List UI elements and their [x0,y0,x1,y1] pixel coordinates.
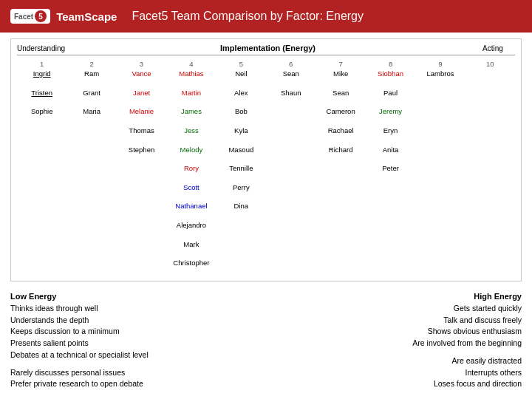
name-label: Maria [83,107,100,117]
name-col-6: SeanShaun [266,69,316,107]
name-label: Sophie [31,107,53,117]
name-label: Tennille [229,164,253,174]
name-label: Cameron [327,107,355,117]
num-9: 9 [415,60,465,68]
name-label: Shaun [281,89,301,98]
name-col-7: MikeSeanCameronRachaelRichard [316,69,365,164]
name-label: Martin [182,89,201,98]
low-energy-extra: Rarely discusses personal issuesPrefer p… [10,367,259,391]
page-title: Facet5 Team Comparison by Factor: Energy [132,10,364,23]
name-col-2: RamGrantMaria [66,69,116,126]
name-col-3: VanceJanetMelanieThomasStephen [117,69,166,164]
name-label: Masoud [228,146,253,155]
num-10: 10 [466,60,515,68]
name-label: Paul [383,89,398,98]
name-label: Eryn [383,126,398,136]
logo-five: 5 [35,10,47,22]
name-label: Ram [84,69,99,79]
name-label: Alex [234,89,248,98]
num-8: 8 [366,60,415,68]
name-label: Melanie [129,107,154,117]
scale-right-label: Acting [471,44,515,52]
name-label: Bob [235,107,248,117]
high-energy-text: Gets started quicklyTalk and discuss fre… [273,303,522,349]
number-row: 1 2 3 4 5 6 7 8 9 10 [17,58,515,69]
header: Facet 5 TeamScape Facet5 Team Comparison… [0,0,532,33]
logo-box: Facet 5 [10,9,50,24]
num-2: 2 [66,60,116,68]
name-label: Vance [132,69,151,79]
name-label: Sean [283,69,299,79]
name-label: Jess [184,126,199,136]
name-label: Mark [183,240,199,250]
chart-container: Understanding Implementation (Energy) Ac… [10,38,522,282]
name-label: Thomas [129,126,154,136]
logo-facet-text: Facet [14,13,33,21]
name-label: Grant [83,89,100,98]
name-label: Anita [383,146,399,155]
name-col-1: IngridTristenSophie [17,69,66,126]
num-4: 4 [166,60,216,68]
name-label: Rory [184,164,199,174]
num-3: 3 [117,60,166,68]
name-label: Scott [183,183,200,193]
num-7: 7 [316,60,365,68]
name-label: Peter [382,164,399,174]
name-col-5: NeilAlexBobKylaMasoudTennillePerryDina [216,69,266,221]
logo-area: Facet 5 TeamScape [10,9,117,24]
name-col-9: Lambros [415,69,465,89]
name-col-8: SiobhanPaulJeremyErynAnitaPeter [366,69,415,183]
num-1: 1 [17,60,66,68]
name-label: Jeremy [379,107,402,117]
name-label: Mike [333,69,348,79]
name-label: Stephen [129,146,154,155]
name-label: Siobhan [378,69,403,79]
num-6: 6 [266,60,316,68]
scale-center-label: Implementation (Energy) [65,44,471,52]
name-label: Melody [180,146,203,155]
name-label: Ingrid [33,69,51,79]
name-col-4: MathiasMartinJamesJessMelodyRoryScottNat… [166,69,216,278]
high-energy-extra: Are easily distractedInterrupts othersLo… [273,355,522,390]
scale-left-label: Understanding [17,44,65,52]
main-content: Understanding Implementation (Energy) Ac… [0,33,532,396]
low-energy-header: Low Energy [10,292,259,301]
name-label: Neil [235,69,247,79]
name-label: Nathanael [175,202,207,211]
bottom-section: Low Energy Thinks ideas through wellUnde… [10,292,522,390]
bottom-left: Low Energy Thinks ideas through wellUnde… [10,292,259,390]
name-label: Janet [133,89,150,98]
name-label: Sean [332,89,349,98]
low-energy-text: Thinks ideas through wellUnderstands the… [10,303,259,361]
scale-header-row: Understanding Implementation (Energy) Ac… [17,44,515,55]
name-label: James [181,107,202,117]
name-label: Tristen [31,89,52,98]
logo-name: TeamScape [56,10,117,23]
name-label: Christopher [173,259,209,268]
name-label: Dina [234,202,249,211]
name-label: Alejandro [177,221,206,231]
name-label: Perry [233,183,250,193]
name-label: Mathias [179,69,203,79]
name-label: Kyla [234,126,248,136]
names-grid: IngridTristenSophieRamGrantMariaVanceJan… [17,69,515,278]
name-label: Rachael [328,126,354,136]
bottom-right: High Energy Gets started quicklyTalk and… [273,292,522,390]
name-label: Lambros [426,69,454,79]
name-label: Richard [329,146,353,155]
high-energy-header: High Energy [273,292,522,301]
num-5: 5 [216,60,266,68]
